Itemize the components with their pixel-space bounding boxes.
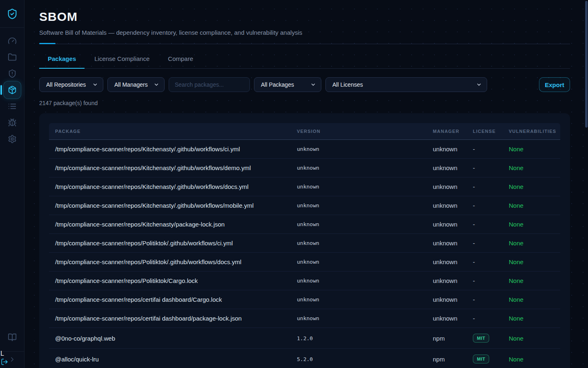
vulnerabilities-cell: None (509, 272, 560, 290)
package-cell: /tmp/compliance-scanner/repos/Politiktok… (49, 272, 297, 290)
version-cell: unknown (297, 234, 433, 253)
license-cell: - (473, 215, 509, 234)
package-cell: /tmp/compliance-scanner/repos/Kitchenast… (49, 159, 297, 177)
manager-cell: unknown (433, 253, 473, 272)
manager-cell: npm (433, 349, 473, 368)
table-row[interactable]: /tmp/compliance-scanner/repos/Politiktok… (49, 272, 560, 290)
version-cell: unknown (297, 272, 433, 290)
vulnerabilities-cell: None (509, 253, 560, 272)
page-subtitle: Software Bill of Materials — dependency … (39, 29, 570, 36)
table-row[interactable]: /tmp/compliance-scanner/repos/Kitchenast… (49, 159, 560, 177)
sidebar-item-settings[interactable] (3, 131, 21, 147)
licenses-select[interactable]: All Licenses (325, 77, 487, 92)
tab-license-compliance[interactable]: License Compliance (86, 55, 158, 69)
vertical-scrollbar[interactable] (585, 1, 588, 128)
filter-bar: All Repositories All Managers All Packag… (39, 77, 570, 92)
tab-bar: Packages License Compliance Compare (39, 55, 570, 69)
packages-select[interactable]: All Packages (254, 77, 321, 92)
manager-cell: unknown (433, 140, 473, 159)
version-cell: unknown (297, 290, 433, 309)
manager-cell: unknown (433, 290, 473, 309)
table-row[interactable]: @alloc/quick-lru 5.2.0 npm MIT None (49, 349, 560, 368)
package-cell: /tmp/compliance-scanner/repos/Kitchenast… (49, 177, 297, 196)
sidebar (0, 0, 24, 368)
vulnerabilities-cell: None (509, 159, 560, 177)
table-row[interactable]: /tmp/compliance-scanner/repos/Kitchenast… (49, 140, 560, 159)
header-divider (39, 43, 570, 44)
tab-packages[interactable]: Packages (39, 55, 85, 69)
manager-cell: unknown (433, 177, 473, 196)
result-count: 2147 package(s) found (39, 100, 570, 106)
table-row[interactable]: /tmp/compliance-scanner/repos/Politiktok… (49, 253, 560, 272)
table-row[interactable]: /tmp/compliance-scanner/repos/Politiktok… (49, 234, 560, 253)
license-badge: MIT (473, 334, 489, 343)
version-cell: 1.2.0 (297, 328, 433, 349)
sidebar-item-sbom[interactable] (3, 81, 21, 99)
book-open-icon (8, 333, 17, 342)
version-cell: 5.2.0 (297, 349, 433, 368)
manager-cell: unknown (433, 272, 473, 290)
package-icon (8, 85, 17, 94)
sidebar-item-security[interactable] (3, 65, 21, 82)
license-cell: - (473, 159, 509, 177)
license-cell: - (473, 177, 509, 196)
manager-cell: unknown (433, 196, 473, 215)
column-header-version: Version (297, 123, 433, 140)
table-row[interactable]: /tmp/compliance-scanner/repos/certifai d… (49, 309, 560, 328)
vulnerabilities-cell: None (509, 140, 560, 159)
package-cell: /tmp/compliance-scanner/repos/Politiktok… (49, 234, 297, 253)
package-cell: @0no-co/graphql.web (49, 328, 297, 349)
shield-alert-icon (8, 69, 17, 78)
column-header-license: License (473, 123, 509, 140)
table-row[interactable]: @0no-co/graphql.web 1.2.0 npm MIT None (49, 328, 560, 349)
license-cell: - (473, 140, 509, 159)
repositories-select[interactable]: All Repositories (39, 77, 103, 92)
tab-compare[interactable]: Compare (159, 55, 202, 69)
packages-table: Package Version Manager License Vulnerab… (49, 123, 560, 368)
chevron-down-icon (476, 82, 482, 88)
table-row[interactable]: /tmp/compliance-scanner/repos/Kitchenast… (49, 177, 560, 196)
table-row[interactable]: /tmp/compliance-scanner/repos/Kitchenast… (49, 196, 560, 215)
license-badge: MIT (473, 355, 489, 364)
package-cell: /tmp/compliance-scanner/repos/Kitchenast… (49, 215, 297, 234)
main-content: SBOM Software Bill of Materials — depend… (24, 0, 588, 368)
sidebar-item-repositories[interactable] (3, 49, 21, 65)
export-button[interactable]: Export (539, 77, 570, 92)
version-cell: unknown (297, 196, 433, 215)
search-input[interactable] (169, 77, 250, 92)
license-cell: MIT (473, 349, 509, 368)
package-cell: @alloc/quick-lru (49, 349, 297, 368)
list-icon (8, 102, 17, 111)
license-cell: - (473, 196, 509, 215)
sidebar-item-dashboard[interactable] (3, 33, 21, 49)
version-cell: unknown (297, 140, 433, 159)
column-header-manager: Manager (433, 123, 473, 140)
license-cell: MIT (473, 328, 509, 349)
manager-cell: npm (433, 328, 473, 349)
package-table-body: /tmp/compliance-scanner/repos/Kitchenast… (49, 140, 560, 368)
license-cell: - (473, 234, 509, 253)
package-cell: /tmp/compliance-scanner/repos/certifai d… (49, 309, 297, 328)
table-row[interactable]: /tmp/compliance-scanner/repos/certifai d… (49, 290, 560, 309)
sidebar-item-inventory[interactable] (3, 98, 21, 114)
package-cell: /tmp/compliance-scanner/repos/Kitchenast… (49, 140, 297, 159)
chevron-right-icon (9, 356, 16, 363)
bug-icon (8, 118, 17, 127)
package-cell: /tmp/compliance-scanner/repos/Kitchenast… (49, 196, 297, 215)
sidebar-item-vulnerabilities[interactable] (3, 114, 21, 131)
vulnerabilities-cell: None (509, 290, 560, 309)
gauge-icon (8, 36, 17, 45)
table-row[interactable]: /tmp/compliance-scanner/repos/Kitchenast… (49, 215, 560, 234)
logout-icon[interactable] (1, 358, 8, 366)
license-cell: - (473, 290, 509, 309)
sidebar-item-docs[interactable] (3, 329, 21, 346)
sidebar-nav (0, 28, 24, 147)
managers-select[interactable]: All Managers (107, 77, 165, 92)
gear-icon (8, 135, 17, 144)
vulnerabilities-cell: None (509, 349, 560, 368)
app-logo[interactable] (0, 0, 24, 28)
license-cell: - (473, 272, 509, 290)
manager-cell: unknown (433, 215, 473, 234)
vulnerabilities-cell: None (509, 328, 560, 349)
version-cell: unknown (297, 215, 433, 234)
